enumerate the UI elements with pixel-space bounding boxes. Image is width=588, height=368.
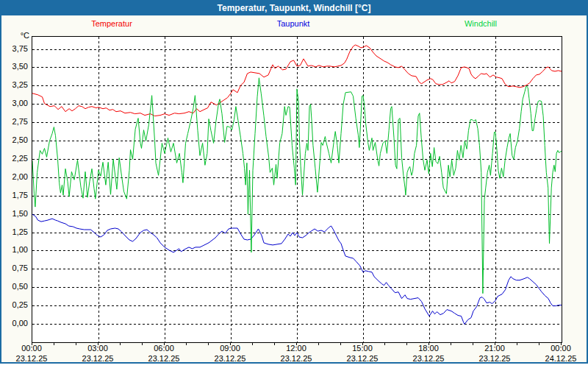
x-time-label: 06:00	[138, 344, 190, 353]
y-tick-label: 3,00	[3, 99, 28, 107]
y-tick-label: 2,75	[3, 117, 28, 126]
series-windchill	[32, 78, 562, 294]
x-date-label: 23.12.25	[68, 354, 127, 363]
app-window: Temperatur, Taupunkt, Windchill [°C] Tem…	[0, 0, 588, 368]
legend-temperatur: Temperatur	[91, 19, 132, 28]
chart-canvas	[32, 37, 562, 342]
x-time-label: 21:00	[469, 344, 520, 353]
y-tick-label: 2,25	[3, 154, 28, 163]
x-time-label: 09:00	[204, 344, 256, 353]
y-tick-label: 1,00	[3, 245, 28, 254]
y-tick-label: 0,00	[3, 319, 28, 328]
y-tick-label: 2,00	[3, 172, 28, 181]
plot-area	[32, 36, 562, 343]
legend-taupunkt: Taupunkt	[277, 19, 310, 28]
x-date-label: 23.12.25	[135, 354, 193, 363]
x-time-label: 18:00	[403, 344, 454, 353]
x-date-label: 23.12.25	[267, 354, 326, 363]
y-tick-label: 2,50	[3, 135, 28, 144]
x-time-label: 00:00	[6, 344, 57, 353]
y-axis-unit-label: °C	[12, 31, 29, 40]
x-date-label: 23.12.25	[465, 354, 524, 363]
window-frame: Temperatur, Taupunkt, Windchill [°C] Tem…	[0, 0, 588, 364]
y-tick-label: 1,75	[3, 191, 28, 199]
x-date-label: 24.12.25	[531, 354, 588, 363]
x-time-label: 00:00	[535, 344, 587, 353]
x-date-label: 23.12.25	[2, 354, 61, 363]
x-time-label: 03:00	[72, 344, 123, 353]
x-time-label: 15:00	[337, 344, 388, 353]
x-date-label: 23.12.25	[399, 354, 458, 363]
legend-windchill: Windchill	[465, 19, 497, 28]
y-tick-label: 1,25	[3, 227, 28, 236]
y-tick-label: 3,50	[3, 62, 28, 71]
x-date-label: 23.12.25	[201, 354, 259, 363]
x-date-label: 23.12.25	[333, 354, 392, 363]
y-tick-label: 3,25	[3, 80, 28, 89]
x-time-label: 12:00	[270, 344, 322, 353]
y-tick-label: 3,75	[3, 44, 28, 53]
y-tick-label: 0,75	[3, 263, 28, 272]
y-tick-label: 0,25	[3, 300, 28, 309]
title-bar: Temperatur, Taupunkt, Windchill [°C]	[1, 1, 587, 15]
window-title: Temperatur, Taupunkt, Windchill [°C]	[218, 3, 371, 13]
y-tick-label: 1,50	[3, 209, 28, 218]
y-tick-label: 0,50	[3, 282, 28, 291]
